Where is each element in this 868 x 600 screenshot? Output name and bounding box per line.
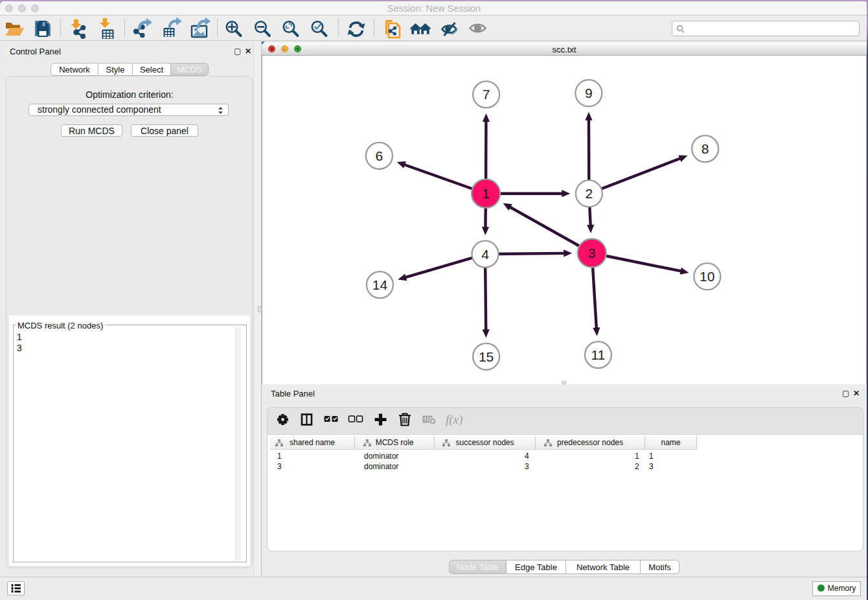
svg-text:11: 11 <box>591 347 605 362</box>
svg-text:f(x): f(x) <box>446 413 463 427</box>
svg-text:1: 1 <box>482 186 490 201</box>
svg-text:2: 2 <box>585 186 593 201</box>
svg-text:15: 15 <box>479 349 494 364</box>
svg-text:7: 7 <box>483 87 490 102</box>
svg-text:3: 3 <box>588 246 596 260</box>
svg-text:10: 10 <box>700 269 714 284</box>
svg-text:6: 6 <box>376 148 383 163</box>
svg-text:8: 8 <box>702 141 709 156</box>
svg-text:14: 14 <box>372 277 388 292</box>
svg-text:4: 4 <box>481 247 489 262</box>
svg-text:9: 9 <box>585 86 593 100</box>
